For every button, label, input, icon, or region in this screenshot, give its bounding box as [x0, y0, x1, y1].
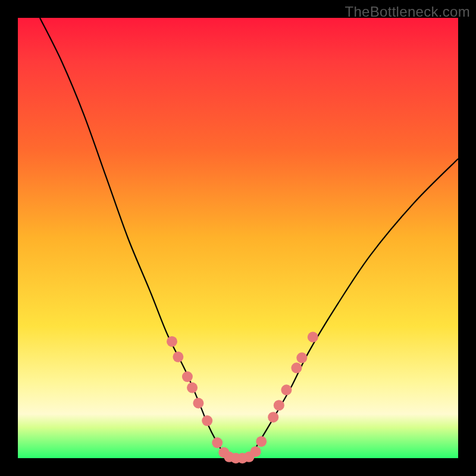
marker-point: [212, 437, 223, 448]
marker-point: [308, 332, 318, 343]
marker-point: [281, 384, 292, 395]
marker-point: [291, 362, 302, 373]
chart-frame: TheBottleneck.com: [0, 0, 476, 476]
marker-point: [250, 446, 261, 457]
watermark-text: TheBottleneck.com: [345, 4, 470, 20]
marker-point: [187, 383, 198, 393]
marker-point: [202, 415, 212, 426]
marker-point: [256, 436, 267, 447]
marker-point: [274, 400, 284, 411]
highlighted-points: [167, 332, 318, 464]
plot-area: [18, 18, 458, 458]
marker-point: [182, 371, 193, 382]
marker-point: [173, 352, 183, 362]
marker-point: [296, 352, 307, 363]
marker-point: [268, 412, 278, 422]
marker-point: [193, 398, 203, 409]
bottleneck-curve: [40, 18, 458, 458]
chart-svg: [18, 18, 458, 458]
marker-point: [167, 336, 177, 347]
